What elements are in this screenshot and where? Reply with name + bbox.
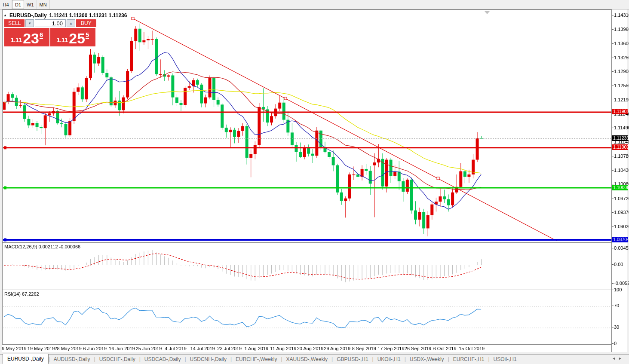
sell-price-box[interactable]: 1.11 23 6 — [4, 28, 49, 46]
date-tick-label: 4 Jul 2019 — [165, 346, 187, 351]
main-chart-canvas[interactable] — [3, 12, 612, 242]
date-tick-label: 8 Sep 2019 — [352, 346, 376, 351]
date-tick-label: 26 Sep 2019 — [405, 346, 431, 351]
sell-price-pip: 6 — [40, 31, 43, 39]
price-tick-label: 1.10430 — [614, 168, 629, 173]
price-tick-label: 0.00 — [614, 262, 623, 267]
price-tick-label: 1.10780 — [614, 153, 629, 159]
date-tick-label: 25 Jun 2019 — [136, 346, 162, 351]
rsi-label: RSI(14) 67.2262 — [4, 291, 39, 297]
bottom-tab[interactable]: USDCAD-,Daily — [141, 355, 185, 364]
price-level-tag: 1.11009 — [612, 144, 628, 150]
bottom-tab[interactable]: EURCHF-,Weekly — [232, 355, 281, 364]
macd-panel-canvas[interactable] — [3, 243, 612, 289]
price-tick-label: 1.09020 — [614, 224, 629, 229]
price-tick-label: 70 — [614, 303, 619, 308]
bottom-tab[interactable]: USDCHF-,Daily — [95, 355, 139, 364]
timeframe-button-h4[interactable]: H4 — [0, 0, 12, 9]
chart-window — [2, 9, 627, 352]
volume-input[interactable] — [35, 19, 66, 27]
buy-price-big: 25 — [69, 31, 85, 45]
price-level-tag: 1.10006 — [612, 185, 628, 190]
price-tick-label: 0 — [614, 341, 617, 346]
price-tick-label: 1.09720 — [614, 196, 629, 201]
date-tick-label: 17 Sep 2019 — [377, 346, 404, 351]
bottom-tab[interactable]: EURUSD-,Daily — [3, 354, 49, 364]
date-tick-label: 16 Jun 2019 — [109, 346, 135, 351]
sell-price-big: 23 — [23, 31, 39, 45]
bottom-tab[interactable]: EURCHF-,H1 — [449, 355, 488, 364]
date-tick-label: 9 May 2019 — [2, 346, 26, 351]
chart-shift-icon[interactable] — [485, 11, 490, 14]
price-tick-label: 1.14310 — [614, 12, 629, 18]
sell-price-prefix: 1.11 — [11, 37, 22, 43]
buy-price-pip: 5 — [86, 31, 89, 39]
date-tick-label: 1 Aug 2019 — [245, 346, 269, 351]
volume-decrease-icon[interactable]: ▼ — [25, 19, 34, 27]
bottom-tab[interactable]: USOil-,H1 — [490, 355, 521, 364]
price-tick-label: 30 — [614, 324, 619, 330]
price-tick-label: 100 — [614, 287, 622, 292]
price-tick-label: 0.004536 — [614, 245, 629, 251]
price-tick-label: 1.12190 — [614, 97, 629, 102]
bottom-tab[interactable]: AUDUSD-,Daily — [50, 355, 94, 364]
date-tick-label: 14 Jul 2019 — [190, 346, 215, 351]
price-tick-label: 1.12550 — [614, 83, 629, 88]
date-tick-label: 11 Aug 2019 — [270, 346, 297, 351]
bottom-tab[interactable]: GBPUSD-,H1 — [333, 355, 372, 364]
bottom-tab[interactable]: USDCNH-,Daily — [186, 355, 230, 364]
date-tick-label: 20 Aug 2019 — [297, 346, 324, 351]
date-tick-label: 28 May 2019 — [54, 346, 82, 351]
sell-button[interactable]: SELL — [4, 19, 25, 27]
timeframe-toolbar: H4D1W1MN — [0, 0, 629, 9]
rsi-panel-canvas[interactable] — [3, 291, 612, 345]
date-tick-label: 6 Jun 2019 — [83, 346, 107, 351]
tab-scroll-arrows[interactable]: ◄► — [612, 356, 625, 361]
ohlc-values: 1.11241 1.11300 1.11231 1.11236 — [49, 12, 127, 18]
price-level-tag: 1.11901 — [612, 109, 628, 114]
date-tick-label: 6 Oct 2019 — [433, 346, 457, 351]
chart-title: ▲ EURUSD-,Daily 1.11241 1.11300 1.11231 … — [3, 12, 127, 18]
date-tick-label: 15 Oct 2019 — [459, 346, 485, 351]
volume-increase-icon[interactable]: ▲ — [67, 19, 75, 27]
price-tick-label: -0.005205 — [614, 281, 629, 286]
timeframe-button-d1[interactable]: D1 — [12, 0, 24, 9]
timeframe-button-w1[interactable]: W1 — [24, 0, 37, 9]
price-tick-label: 1.13960 — [614, 27, 629, 32]
collapse-arrow-icon[interactable]: ▲ — [3, 13, 7, 17]
macd-label: MACD(12,26,9) 0.002112 -0.000066 — [4, 244, 80, 249]
bottom-tab[interactable]: UKOil-,H1 — [374, 355, 405, 364]
price-tick-label: 1.12900 — [614, 69, 629, 74]
price-level-tag: 1.08704 — [612, 237, 628, 242]
price-tick-label: 1.13250 — [614, 55, 629, 60]
date-axis[interactable]: 9 May 201919 May 201928 May 20196 Jun 20… — [2, 345, 611, 352]
symbol-title: EURUSD-,Daily — [9, 12, 47, 18]
bottom-tab[interactable]: USDX-,Weekly — [406, 355, 448, 364]
one-click-trade-panel: SELL ▼ ▲ BUY 1.11 23 6 1.11 25 5 — [4, 19, 96, 46]
panel-splitter[interactable] — [2, 242, 627, 243]
buy-price-prefix: 1.11 — [57, 37, 68, 43]
buy-button[interactable]: BUY — [76, 19, 96, 27]
price-axis[interactable]: 1.143101.139601.136001.132501.129001.125… — [611, 9, 627, 352]
price-tick-label: 1.09370 — [614, 210, 629, 215]
price-level-tag: 1.11236 — [612, 135, 628, 141]
bottom-tab[interactable]: XAUUSD-,Weekly — [282, 355, 331, 364]
timeframe-button-mn[interactable]: MN — [37, 0, 50, 9]
date-tick-label: 29 Aug 2019 — [324, 346, 350, 351]
date-tick-label: 23 Jul 2019 — [217, 346, 242, 351]
buy-price-box[interactable]: 1.11 25 5 — [50, 28, 95, 46]
chart-tab-bar: EURUSD-,Daily|AUDUSD-,Daily|USDCHF-,Dail… — [0, 354, 629, 364]
panel-splitter[interactable] — [2, 290, 627, 290]
price-tick-label: 1.11490 — [614, 125, 629, 130]
price-tick-label: 1.13600 — [614, 41, 629, 46]
date-tick-label: 19 May 2019 — [28, 346, 55, 351]
